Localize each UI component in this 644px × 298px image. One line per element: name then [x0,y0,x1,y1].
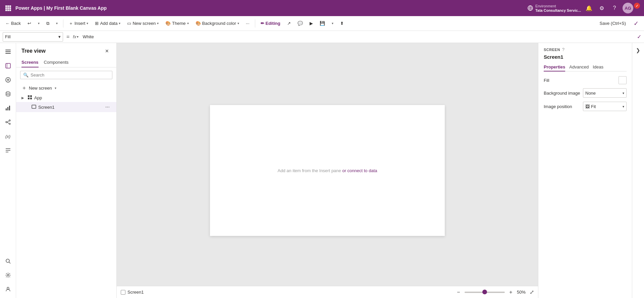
svg-rect-0 [5,5,7,7]
tree-close-button[interactable]: ✕ [103,47,111,55]
zoom-thumb[interactable] [482,290,487,294]
back-label: Back [11,21,21,26]
svg-point-24 [9,120,10,121]
tab-ideas[interactable]: Ideas [593,63,603,71]
expand-panel-icon[interactable]: ❯ [634,46,643,55]
help-icon[interactable]: ? [610,3,619,13]
publish-button[interactable]: ⬆ [337,19,346,27]
zoom-slider[interactable] [465,292,505,293]
tab-properties[interactable]: Properties [544,63,565,71]
screen1-more-icon[interactable]: ··· [104,103,111,111]
theme-chevron-icon: ▾ [187,21,189,25]
sidebar-toggle-icon[interactable] [2,46,14,58]
sidebar-item-media[interactable] [2,144,14,156]
copy-button[interactable]: ⧉ [44,19,52,28]
sidebar-item-variables[interactable]: (x) [2,130,14,142]
background-color-button[interactable]: 🎨 Background color ▾ [193,19,242,27]
more-button[interactable]: ··· [243,19,252,27]
screen-checkbox[interactable] [121,290,125,295]
insert-label: Insert [74,21,86,26]
fill-color-swatch[interactable] [619,76,627,84]
tree-item-app[interactable]: ▶ App [16,94,116,102]
svg-line-26 [7,121,9,122]
screen1-rect-icon [32,104,36,110]
search-input[interactable] [31,72,109,78]
tree-item-screen1[interactable]: Screen1 ··· [16,102,116,112]
undo-icon: ↩ [28,21,31,26]
tab-advanced[interactable]: Advanced [569,63,589,71]
share-button[interactable]: ↗ [284,19,293,27]
svg-point-25 [9,123,10,125]
svg-point-34 [7,287,9,289]
notifications-icon[interactable]: 🔔 [584,3,594,13]
sidebar-item-analytics[interactable] [2,102,14,114]
tab-screens[interactable]: Screens [21,58,39,67]
canvas-screen: Add an item from the Insert pane or conn… [210,105,445,236]
undo-dropdown-button[interactable]: ▾ [35,20,42,27]
tree-title: Tree view [21,48,46,54]
image-position-select[interactable]: 🖼 Fit ▾ [583,102,627,111]
background-color-icon: 🎨 [196,21,201,26]
sidebar-item-connections[interactable] [2,116,14,128]
theme-button[interactable]: 🎨 Theme ▾ [163,19,191,27]
back-button[interactable]: ← Back [3,19,23,27]
environment-block[interactable]: Environment Tata Consultancy Servic... [527,4,581,12]
formula-bar: Fill ▾ = fx ▾ ✓ [0,31,644,43]
background-color-label: Background color [202,21,236,26]
copy-dropdown-button[interactable]: ▾ [53,20,60,27]
svg-rect-12 [5,51,11,52]
edit-icon: ✏ [261,21,264,26]
fx-button[interactable]: fx ▾ [73,34,78,39]
app-grid-icon [28,95,32,101]
expand-icon[interactable]: ⤢ [530,289,534,295]
sidebar-item-search[interactable] [2,255,14,267]
svg-point-23 [6,121,7,123]
property-dropdown[interactable]: Fill ▾ [3,32,63,42]
grid-menu-icon[interactable] [4,4,12,12]
save-icon-button[interactable]: 💾 [317,19,328,27]
panel-help-icon[interactable]: ? [562,47,565,52]
new-screen-button[interactable]: ▭ New screen ▾ [124,19,161,27]
avatar[interactable]: AG [623,3,633,13]
play-button[interactable]: ▶ [307,19,316,27]
zoom-out-button[interactable]: − [454,288,463,296]
save-button[interactable]: Save (Ctrl+S) [596,19,629,27]
formula-input[interactable] [80,32,635,42]
tree-tabs: Screens Components [16,58,116,67]
add-screen-button[interactable]: ＋ New screen ▾ [16,83,116,94]
top-bar-right: Environment Tata Consultancy Servic... 🔔… [527,3,640,13]
connect-data-link[interactable]: or connect to data [342,168,377,173]
editing-button[interactable]: ✏ Editing [258,19,283,27]
canvas-hint: Add an item from the Insert pane or conn… [277,168,377,173]
sidebar-item-user[interactable] [2,283,14,295]
undo-button[interactable]: ↩ [25,19,34,27]
add-data-button[interactable]: ⊞ Add data ▾ [92,19,123,27]
background-image-value: None [585,91,596,96]
search-box: 🔍 [20,71,112,79]
svg-rect-8 [9,9,11,11]
comment-button[interactable]: 💬 [295,19,306,27]
equals-sign: = [65,34,71,40]
insert-button[interactable]: ＋ Insert ▾ [66,19,91,28]
save-dropdown-button[interactable]: ▾ [329,20,336,27]
tree-header: Tree view ✕ [16,43,116,58]
image-position-chevron-icon: ▾ [623,105,624,108]
new-screen-label: New screen [132,21,156,26]
separator-1 [63,19,63,28]
sidebar-item-insert[interactable] [2,74,14,86]
screen1-label: Screen1 [38,105,103,110]
zoom-controls: − + 50% ⤢ [454,288,534,296]
sidebar-item-settings[interactable] [2,269,14,281]
svg-point-31 [6,259,9,262]
canvas-screen-label: Screen1 [121,290,144,295]
formula-checkmark-icon[interactable]: ✓ [637,34,641,40]
svg-rect-3 [5,7,7,9]
background-image-select[interactable]: None ▾ [583,88,627,98]
sidebar-item-screens[interactable] [2,60,14,72]
zoom-in-button[interactable]: + [507,288,515,296]
insert-icon: ＋ [69,20,73,27]
sidebar-item-data[interactable] [2,88,14,100]
tab-components[interactable]: Components [44,58,69,67]
settings-icon[interactable]: ⚙ [597,3,606,13]
checkmark-button[interactable]: ✓ [631,18,641,29]
